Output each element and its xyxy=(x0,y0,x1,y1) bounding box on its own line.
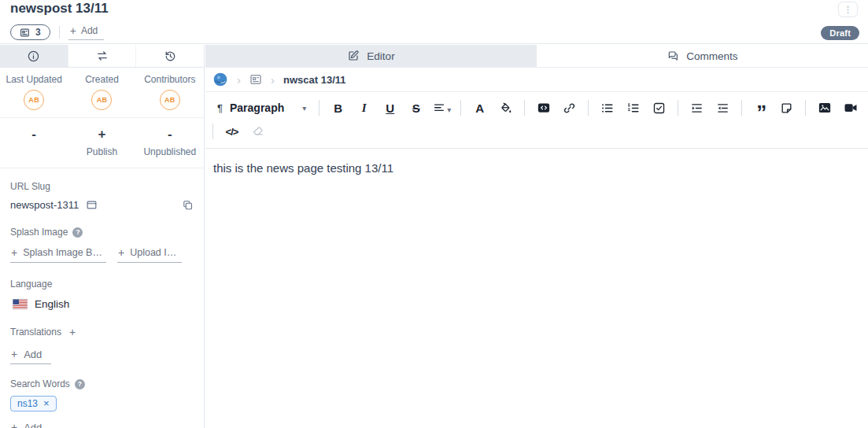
language-label: Language xyxy=(10,279,194,290)
url-slug-row: newspost-1311 xyxy=(10,199,194,211)
add-search-word-button[interactable]: + Add xyxy=(10,421,51,428)
stat-created: Created AB xyxy=(68,74,135,110)
add-translation-icon[interactable]: + xyxy=(69,326,76,338)
edit-pencil-icon xyxy=(347,50,360,62)
comments-bubble-icon xyxy=(667,50,679,62)
us-flag-icon xyxy=(13,299,28,309)
avatar[interactable]: AB xyxy=(24,90,44,110)
more-options-button[interactable]: ⋮ xyxy=(838,2,858,17)
browser-window-icon[interactable] xyxy=(86,199,98,211)
chevron-right-icon: › xyxy=(271,74,275,86)
strikethrough-button[interactable]: S xyxy=(405,98,427,118)
toolbar-row-1: ¶ Paragraph ▾ B I U S ▾ A xyxy=(210,96,863,120)
add-content-button[interactable]: + Add xyxy=(68,24,105,40)
url-slug-value: newspost-1311 xyxy=(10,199,79,211)
add-translation-button[interactable]: + Add xyxy=(10,348,51,364)
main-panel: Editor Comments › › nwscat 13/11 xyxy=(205,45,868,428)
editor-content-area[interactable]: this is the news page testing 13/11 xyxy=(205,149,868,187)
link-button[interactable] xyxy=(559,98,580,118)
highlight-bucket-button[interactable] xyxy=(495,98,516,118)
italic-button[interactable]: I xyxy=(353,98,375,118)
upload-image-button[interactable]: + Upload Im... xyxy=(117,246,182,263)
tab-details[interactable] xyxy=(0,45,68,67)
insert-video-button[interactable] xyxy=(840,98,861,118)
chevron-down-icon: ▾ xyxy=(447,105,451,114)
history-icon xyxy=(164,50,177,63)
versions-pill[interactable]: 3 xyxy=(10,24,50,40)
newspaper-icon xyxy=(20,28,30,38)
plus-icon: + xyxy=(68,127,135,142)
paragraph-style-dropdown[interactable]: ¶ Paragraph ▾ xyxy=(210,101,313,114)
url-slug-label: URL Slug xyxy=(10,181,194,192)
toolbar-separator xyxy=(588,100,589,116)
toolbar-separator xyxy=(741,100,742,116)
content-editor-page: newspost 13/11 ⋮ 3 + Add Draft xyxy=(0,0,868,428)
divider xyxy=(59,26,60,39)
page-header: newspost 13/11 ⋮ 3 + Add Draft xyxy=(0,0,868,44)
newspaper-icon[interactable] xyxy=(249,73,262,86)
site-logo-icon[interactable] xyxy=(212,72,228,87)
toolbar-separator xyxy=(678,100,678,116)
outdent-button[interactable] xyxy=(712,98,733,118)
help-icon[interactable]: ? xyxy=(72,227,83,238)
chevron-down-icon: ▾ xyxy=(302,104,306,113)
code-block-button[interactable] xyxy=(533,98,554,118)
tab-editor[interactable]: Editor xyxy=(205,45,537,67)
chevron-right-icon: › xyxy=(237,74,241,86)
splash-image-browse-button[interactable]: + Splash Image Bro... xyxy=(10,246,106,263)
language-value: English xyxy=(35,298,69,310)
kebab-icon: ⋮ xyxy=(844,5,852,15)
publish-stats-row: - + Publish - Unpublished xyxy=(0,118,204,168)
toolbar-separator xyxy=(524,100,525,116)
align-lines-icon xyxy=(433,101,445,114)
blockquote-button[interactable]: ” xyxy=(750,98,771,118)
stat-contributors: Contributors AB xyxy=(136,74,204,110)
numbered-list-button[interactable] xyxy=(622,98,644,118)
bold-button[interactable]: B xyxy=(327,98,349,118)
info-icon xyxy=(27,50,40,63)
indent-button[interactable] xyxy=(686,98,707,118)
editor-toolbar: ¶ Paragraph ▾ B I U S ▾ A xyxy=(205,92,868,149)
sidebar-sections: URL Slug newspost-1311 Splash Image ? + … xyxy=(0,181,204,428)
inline-code-button[interactable]: </> xyxy=(221,121,242,142)
tab-history[interactable] xyxy=(136,45,204,67)
underline-button[interactable]: U xyxy=(379,98,401,118)
plus-icon: + xyxy=(118,246,124,259)
editor-text: this is the news page testing 13/11 xyxy=(213,161,393,175)
checklist-button[interactable] xyxy=(648,98,670,118)
avatar[interactable]: AB xyxy=(160,90,180,110)
page-title: newspost 13/11 xyxy=(10,1,109,17)
main-tabs: Editor Comments xyxy=(205,45,868,68)
updated-stat: - xyxy=(0,127,68,157)
breadcrumb-current-page[interactable]: nwscat 13/11 xyxy=(283,74,346,86)
toolbar-separator xyxy=(319,100,319,116)
toolbar-separator xyxy=(805,100,806,116)
font-color-button[interactable]: A xyxy=(469,98,490,118)
tab-comments[interactable]: Comments xyxy=(537,45,868,67)
header-meta-row: 3 + Add xyxy=(10,24,104,40)
bullet-list-button[interactable] xyxy=(597,98,618,118)
copy-icon[interactable] xyxy=(182,199,194,211)
tab-workflow[interactable] xyxy=(68,45,137,67)
sidebar-tabs xyxy=(0,45,204,68)
avatar[interactable]: AB xyxy=(91,90,112,110)
swap-arrows-icon xyxy=(95,49,109,63)
note-button[interactable] xyxy=(776,98,797,118)
breadcrumb: › › nwscat 13/11 xyxy=(205,68,868,92)
align-dropdown-button[interactable]: ▾ xyxy=(431,98,452,118)
publish-stat: + Publish xyxy=(68,127,135,157)
remove-tag-icon[interactable]: × xyxy=(43,400,50,408)
status-badge: Draft xyxy=(821,26,859,40)
search-words-label: Search Words ? xyxy=(10,378,194,389)
toolbar-separator xyxy=(460,100,461,116)
language-row: English xyxy=(10,298,194,310)
pilcrow-icon: ¶ xyxy=(217,102,223,114)
tag-label: ns13 xyxy=(17,398,38,409)
plus-icon: + xyxy=(11,348,17,360)
clear-formatting-eraser-button[interactable] xyxy=(247,121,268,142)
insert-image-button[interactable] xyxy=(814,98,835,118)
plus-icon: + xyxy=(11,246,17,259)
search-word-tag: ns13 × xyxy=(10,396,57,411)
help-icon[interactable]: ? xyxy=(75,379,85,389)
versions-count: 3 xyxy=(35,27,41,38)
